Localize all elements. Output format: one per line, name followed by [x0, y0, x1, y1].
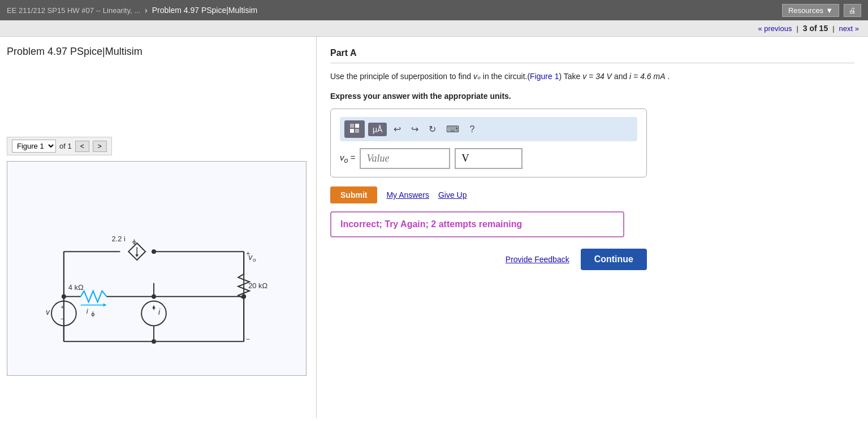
answer-box: μÅ ↩ ↪ ↻ ⌨ ? vo =: [330, 108, 647, 177]
keyboard-button[interactable]: ⌨: [443, 123, 463, 136]
part-label: Part A: [330, 48, 854, 63]
v-eq: v = 34 V: [582, 72, 612, 81]
problem-text-3: ) Take: [559, 72, 582, 81]
refresh-button[interactable]: ↻: [425, 123, 439, 136]
figure-of-label: of 1: [59, 142, 72, 150]
help-button[interactable]: ?: [466, 123, 478, 136]
svg-text:20 kΩ: 20 kΩ: [248, 281, 267, 290]
pagination-separator-2: |: [832, 24, 834, 33]
svg-text:2.2 i: 2.2 i: [111, 235, 125, 243]
problem-text-1: Use the principle of superposition to fi…: [330, 72, 473, 81]
top-nav: EE 211/212 SP15 HW #07 -- Linearity, ...…: [0, 0, 868, 20]
svg-text:4 kΩ: 4 kΩ: [68, 283, 84, 292]
svg-point-14: [152, 249, 156, 254]
figure-prev-button[interactable]: <: [75, 141, 89, 152]
submit-button[interactable]: Submit: [330, 186, 377, 203]
vo-symbol: vₒ: [473, 72, 481, 81]
answer-value-input[interactable]: [360, 148, 450, 169]
give-up-link[interactable]: Give Up: [438, 190, 467, 199]
page-info: 3 of 15: [803, 24, 828, 33]
problem-text-2: in the circuit.(: [481, 72, 530, 81]
svg-rect-0: [7, 162, 305, 375]
svg-text:−: −: [246, 335, 250, 343]
svg-text:ϕ: ϕ: [91, 311, 95, 317]
figure-next-button[interactable]: >: [93, 141, 107, 152]
svg-text:−: −: [61, 315, 64, 322]
problem-text-and: and: [612, 72, 629, 81]
svg-rect-47: [355, 124, 359, 128]
circuit-svg: i ϕ +: [7, 162, 306, 375]
my-answers-link[interactable]: My Answers: [386, 190, 429, 199]
breadcrumb-link[interactable]: EE 211/212 SP15 HW #07 -- Linearity, ...: [7, 6, 140, 15]
problem-title: Problem 4.97 PSpice|Multisim: [7, 46, 309, 58]
resources-button[interactable]: Resources ▼: [782, 4, 839, 17]
answer-label: vo =: [340, 153, 355, 164]
answer-unit-input[interactable]: [455, 148, 522, 169]
svg-text:o: o: [253, 257, 256, 263]
redo-button[interactable]: ↪: [408, 123, 422, 136]
svg-rect-48: [350, 129, 354, 133]
main-layout: Problem 4.97 PSpice|Multisim Figure 1 of…: [0, 37, 868, 418]
left-panel: Problem 4.97 PSpice|Multisim Figure 1 of…: [0, 37, 317, 418]
problem-text-end: .: [666, 72, 670, 81]
matrix-button[interactable]: [344, 120, 365, 138]
pagination-bar: « previous | 3 of 15 | next »: [0, 20, 868, 37]
svg-text:ϕ: ϕ: [132, 238, 136, 245]
svg-text:+: +: [61, 303, 64, 310]
svg-rect-46: [350, 124, 354, 128]
next-link[interactable]: next »: [839, 24, 859, 33]
answer-row: vo =: [340, 148, 637, 169]
pagination-separator-1: |: [796, 24, 798, 33]
submit-row: Submit My Answers Give Up: [330, 186, 854, 203]
problem-text: Use the principle of superposition to fi…: [330, 70, 854, 83]
feedback-box: Incorrect; Try Again; 2 attempts remaini…: [330, 211, 624, 237]
current-page-label: Problem 4.97 PSpice|Multisim: [152, 6, 257, 15]
svg-text:+: +: [246, 250, 250, 258]
figure-select[interactable]: Figure 1: [12, 140, 56, 153]
math-toolbar: μÅ ↩ ↪ ↻ ⌨ ?: [340, 117, 637, 141]
figure-selector: Figure 1 of 1 < >: [7, 137, 112, 155]
bottom-actions: Provide Feedback Continue: [330, 249, 647, 270]
unit-button[interactable]: μÅ: [368, 123, 387, 136]
previous-link[interactable]: « previous: [758, 24, 792, 33]
i-eq: i = 4.6 mA: [629, 72, 665, 81]
print-button[interactable]: 🖨: [844, 4, 861, 17]
figure-link[interactable]: Figure 1: [530, 72, 559, 81]
right-panel: Part A Use the principle of superpositio…: [317, 37, 868, 418]
provide-feedback-button[interactable]: Provide Feedback: [506, 255, 569, 264]
breadcrumb-separator: ›: [145, 6, 148, 15]
undo-button[interactable]: ↩: [390, 123, 404, 136]
circuit-diagram: i ϕ +: [7, 161, 306, 376]
feedback-text: Incorrect; Try Again; 2 attempts remaini…: [340, 219, 522, 229]
continue-button[interactable]: Continue: [581, 249, 647, 270]
express-label: Express your answer with the appropriate…: [330, 92, 854, 101]
svg-rect-49: [355, 129, 359, 133]
svg-text:v: v: [46, 307, 50, 316]
